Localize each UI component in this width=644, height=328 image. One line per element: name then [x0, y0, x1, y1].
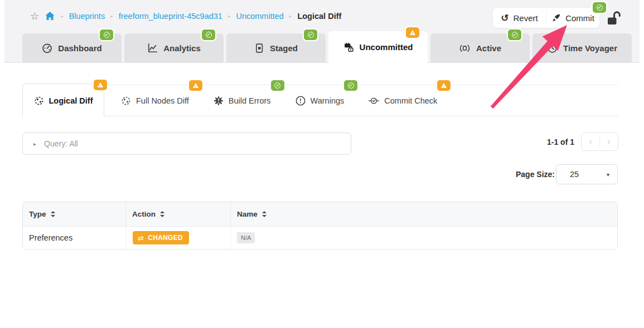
- column-header-label: Action: [132, 210, 156, 218]
- column-header-label: Name: [237, 210, 258, 218]
- tab-label: Analytics: [163, 43, 201, 53]
- subtab-status-warning-badge: [436, 79, 452, 92]
- uncommitted-subtab-bar: Logical Diff Full Nodes Diff: [22, 85, 618, 116]
- tab-uncommitted[interactable]: Uncommitted: [328, 31, 428, 63]
- sort-icon: [262, 211, 267, 217]
- subtab-build-errors[interactable]: Build Errors: [201, 85, 283, 116]
- check-circle-icon: [274, 82, 280, 89]
- favorite-star-icon[interactable]: ☆: [30, 11, 39, 21]
- warning-triangle-icon: [441, 83, 447, 88]
- tab-dashboard[interactable]: Dashboard: [22, 33, 122, 62]
- tab-active[interactable]: Active: [430, 33, 530, 62]
- tab-label: Uncommitted: [360, 42, 413, 52]
- breadcrumb-separator-icon: ▸: [228, 13, 231, 19]
- query-label: Query: All: [44, 139, 78, 148]
- octagon-exclamation-icon: [296, 96, 306, 106]
- breadcrumb-link-blueprints[interactable]: Blueprints: [69, 12, 105, 21]
- tab-staged[interactable]: Staged: [226, 33, 326, 62]
- na-badge: N/A: [237, 232, 255, 243]
- commit-check-icon: [369, 96, 379, 106]
- tab-status-ok-badge: [201, 28, 216, 41]
- tab-status-warning-badge: [405, 26, 420, 39]
- check-circle-icon: [597, 4, 603, 11]
- home-icon[interactable]: [45, 11, 55, 21]
- breadcrumb-separator-icon: ▸: [61, 13, 64, 19]
- page-size-label: Page Size:: [516, 170, 555, 179]
- warning-triangle-icon: [193, 83, 198, 88]
- prev-page-button[interactable]: ‹: [582, 133, 599, 150]
- check-circle-icon: [206, 32, 212, 38]
- column-header-label: Type: [29, 210, 46, 218]
- sort-icon: [51, 211, 55, 217]
- query-filter-panel[interactable]: ▸ Query: All: [22, 133, 351, 155]
- results-range-text: 1-1 of 1: [547, 138, 574, 146]
- tab-status-ok-badge: [303, 28, 318, 41]
- subtab-full-nodes-diff[interactable]: Full Nodes Diff: [109, 85, 201, 116]
- unlocked-padlock-icon[interactable]: [607, 11, 622, 27]
- tab-status-ok-badge: [507, 28, 522, 41]
- document-icon: [254, 43, 264, 53]
- cell-type: Preferences: [23, 227, 126, 249]
- revert-button[interactable]: ↺ Revert: [493, 8, 546, 28]
- subtab-label: Build Errors: [229, 96, 271, 105]
- line-chart-icon: [147, 43, 158, 53]
- next-page-button[interactable]: ›: [600, 133, 618, 150]
- tab-analytics[interactable]: Analytics: [124, 33, 224, 62]
- revert-button-label: Revert: [514, 13, 538, 23]
- swap-arrows-icon: ⇄: [138, 234, 144, 242]
- expand-caret-icon: ▸: [33, 141, 36, 147]
- column-header-type[interactable]: Type: [23, 202, 126, 226]
- table-header-row: Type Action Name: [23, 202, 617, 227]
- tab-time-voyager[interactable]: Time Voyager: [532, 33, 632, 62]
- rocket-icon: [551, 13, 561, 23]
- breadcrumb: ☆ ▸ Blueprints ▸ freeform_blueprint-45c9…: [30, 0, 341, 32]
- column-header-action[interactable]: Action: [126, 202, 231, 226]
- subtab-label: Logical Diff: [49, 96, 93, 105]
- tab-label: Staged: [270, 43, 298, 53]
- blueprint-tab-bar: Dashboard Analytics Staged: [22, 31, 632, 62]
- locked-changes-icon: [343, 42, 354, 52]
- subtab-status-ok-badge: [270, 79, 285, 92]
- cell-name: N/A: [231, 227, 617, 249]
- subtab-status-ok-badge: [343, 79, 359, 92]
- subtab-warnings[interactable]: Warnings: [283, 85, 357, 116]
- warning-triangle-icon: [410, 30, 415, 35]
- subtab-status-warning-badge: [93, 79, 108, 91]
- tab-status-ok-badge: [99, 28, 114, 41]
- breadcrumb-separator-icon: ▸: [289, 13, 292, 19]
- column-header-name[interactable]: Name: [231, 202, 617, 226]
- type-value: Preferences: [29, 233, 72, 242]
- diff-icon: [34, 96, 44, 106]
- diff-icon: [121, 96, 131, 106]
- subtab-commit-check[interactable]: Commit Check: [356, 85, 449, 116]
- breadcrumb-link-uncommitted[interactable]: Uncommitted: [236, 12, 283, 21]
- gear-error-icon: [214, 96, 224, 106]
- breadcrumb-separator-icon: ▸: [110, 13, 113, 19]
- sort-icon: [160, 211, 164, 217]
- clock-icon: [547, 43, 558, 53]
- subtab-logical-diff[interactable]: Logical Diff: [22, 84, 104, 117]
- logical-diff-table: Type Action Name Preferences ⇄ CHANGED N…: [22, 202, 618, 249]
- subtab-status-warning-badge: [188, 79, 204, 92]
- check-circle-icon: [512, 32, 518, 38]
- page-size-dropdown[interactable]: 25 ▾: [556, 164, 618, 184]
- table-row[interactable]: Preferences ⇄ CHANGED N/A: [23, 227, 617, 249]
- cell-action: ⇄ CHANGED: [126, 227, 231, 249]
- subtab-row: Full Nodes Diff Build Errors: [104, 85, 618, 116]
- subtab-label: Commit Check: [384, 96, 437, 105]
- warning-triangle-icon: [98, 82, 103, 87]
- pager-control: ‹ ›: [581, 132, 618, 151]
- revert-icon: ↺: [501, 13, 509, 23]
- breadcrumb-current-page: Logical Diff: [297, 12, 341, 21]
- tab-label: Active: [476, 43, 501, 53]
- revert-commit-button-group: ↺ Revert Commit: [492, 7, 600, 28]
- tab-label: Dashboard: [58, 43, 101, 53]
- subtab-label: Full Nodes Diff: [136, 96, 189, 105]
- changed-label: CHANGED: [148, 234, 183, 242]
- page-size-value: 25: [570, 170, 579, 179]
- breadcrumb-link-blueprint-name[interactable]: freeform_blueprint-45c9ad31: [119, 12, 222, 21]
- changed-status-badge: ⇄ CHANGED: [133, 231, 189, 244]
- check-circle-icon: [348, 82, 354, 89]
- broadcast-icon: [459, 43, 471, 53]
- tab-label: Time Voyager: [563, 43, 617, 53]
